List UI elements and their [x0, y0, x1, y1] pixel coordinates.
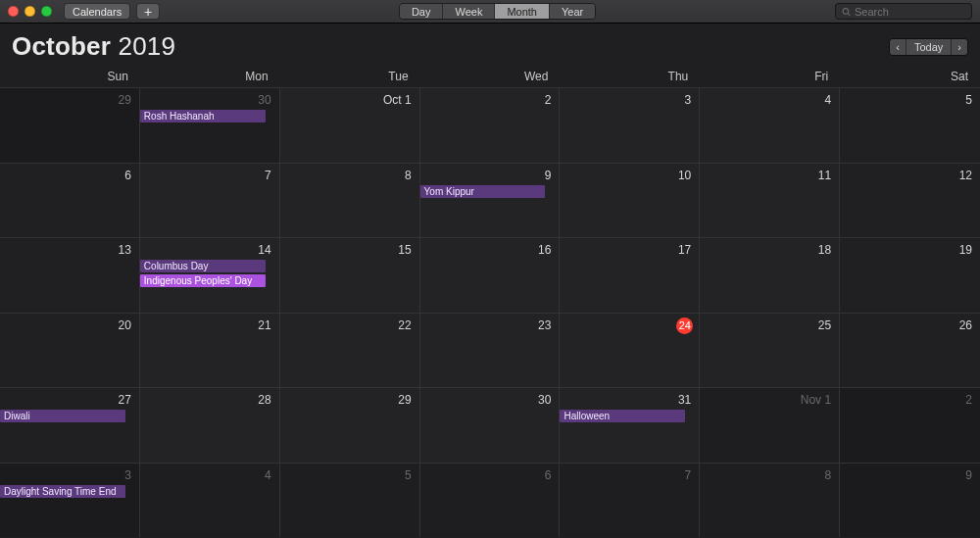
search-input[interactable] — [855, 6, 965, 18]
day-cell[interactable]: 9Yom Kippur — [420, 163, 561, 238]
day-cell[interactable]: 4 — [700, 87, 840, 163]
day-cell[interactable]: 8 — [700, 463, 840, 538]
day-cell[interactable]: 27Diwali — [0, 387, 140, 463]
day-number: 28 — [142, 392, 273, 408]
day-cell[interactable]: 7 — [560, 463, 700, 538]
day-cell[interactable]: 12 — [840, 163, 980, 238]
weekday-label: Sat — [840, 70, 980, 83]
day-cell[interactable]: 23 — [420, 313, 561, 388]
day-cell[interactable]: 20 — [0, 313, 140, 388]
day-number: 5 — [282, 467, 414, 483]
day-number: 30 — [422, 392, 554, 408]
day-cell[interactable]: 3 — [560, 87, 700, 163]
day-cell[interactable]: 29 — [0, 87, 140, 163]
day-cell[interactable]: Nov 1 — [700, 387, 840, 463]
today-button[interactable]: Today — [906, 39, 952, 55]
minimize-icon[interactable] — [24, 6, 35, 17]
day-number: 15 — [282, 242, 414, 258]
prev-month-button[interactable]: ‹ — [890, 39, 906, 55]
day-cell[interactable]: 9 — [840, 463, 980, 538]
day-cell[interactable]: 6 — [420, 463, 561, 538]
day-number: 29 — [2, 92, 133, 108]
day-cell[interactable]: 30 — [420, 387, 561, 463]
weekday-label: Wed — [420, 70, 561, 83]
search-icon — [842, 7, 851, 17]
day-number: 23 — [422, 318, 554, 333]
day-number: 25 — [702, 318, 833, 333]
day-number: 13 — [2, 242, 133, 258]
day-number: 29 — [282, 392, 414, 408]
view-week-button[interactable]: Week — [443, 4, 495, 19]
day-cell[interactable]: 22 — [280, 313, 420, 388]
day-cell[interactable]: 29 — [280, 387, 420, 463]
view-year-button[interactable]: Year — [550, 4, 595, 19]
day-cell[interactable]: 14Columbus DayIndigenous Peoples' Day — [140, 237, 280, 313]
calendar-event[interactable]: Indigenous Peoples' Day — [140, 274, 266, 287]
view-month-button[interactable]: Month — [495, 4, 550, 19]
day-cell[interactable]: 5 — [840, 87, 980, 163]
day-number: 9 — [842, 467, 974, 483]
day-number: 27 — [2, 392, 133, 408]
day-number: 10 — [562, 168, 693, 183]
day-cell[interactable]: 2 — [420, 87, 561, 163]
day-cell[interactable]: 16 — [420, 237, 561, 313]
search-field[interactable] — [835, 3, 972, 20]
add-event-button[interactable]: + — [136, 3, 160, 20]
weekday-label: Thu — [560, 70, 700, 83]
day-cell[interactable]: 15 — [280, 237, 420, 313]
svg-point-0 — [843, 8, 849, 14]
calendar-event[interactable]: Daylight Saving Time End — [0, 485, 125, 498]
calendar-event[interactable]: Diwali — [0, 410, 125, 422]
day-cell[interactable]: 21 — [140, 313, 280, 388]
day-cell[interactable]: 28 — [140, 387, 280, 463]
day-number: 24 — [676, 318, 693, 334]
day-cell[interactable]: 8 — [280, 163, 420, 238]
next-month-button[interactable]: › — [952, 39, 967, 55]
day-number: 12 — [842, 168, 974, 183]
calendar-event[interactable]: Columbus Day — [140, 260, 266, 272]
weekday-label: Fri — [700, 70, 840, 83]
day-cell[interactable]: 31Halloween — [560, 387, 700, 463]
day-cell[interactable]: 25 — [700, 313, 840, 388]
day-number: 21 — [142, 318, 273, 333]
view-segmented-control: Day Week Month Year — [399, 3, 596, 20]
zoom-icon[interactable] — [41, 6, 52, 17]
calendars-button[interactable]: Calendars — [64, 3, 130, 20]
calendar-event[interactable]: Rosh Hashanah — [140, 110, 266, 122]
day-cell[interactable]: 11 — [700, 163, 840, 238]
day-number: 26 — [842, 318, 974, 333]
day-number: 6 — [422, 467, 554, 483]
calendar-event[interactable]: Yom Kippur — [420, 185, 546, 198]
day-cell[interactable]: 17 — [560, 237, 700, 313]
toolbar: Calendars + Day Week Month Year — [0, 0, 980, 24]
day-cell[interactable]: 24 — [560, 313, 700, 388]
day-number: Oct 1 — [282, 92, 414, 108]
day-number: 6 — [2, 168, 133, 183]
day-number: 3 — [562, 92, 693, 108]
day-cell[interactable]: 18 — [700, 237, 840, 313]
close-icon[interactable] — [8, 6, 19, 17]
calendar-event[interactable]: Halloween — [560, 410, 685, 422]
day-cell[interactable]: 30Rosh Hashanah — [140, 87, 280, 163]
view-day-button[interactable]: Day — [400, 4, 444, 19]
day-cell[interactable]: 3Daylight Saving Time End — [0, 463, 140, 538]
day-number: 2 — [842, 392, 974, 408]
day-cell[interactable]: 10 — [560, 163, 700, 238]
day-number: 8 — [282, 168, 414, 183]
svg-line-1 — [848, 13, 850, 15]
day-number: 16 — [422, 242, 554, 258]
window-controls — [8, 6, 52, 17]
day-cell[interactable]: 2 — [840, 387, 980, 463]
day-number: 7 — [562, 467, 693, 483]
day-cell[interactable]: 5 — [280, 463, 420, 538]
day-cell[interactable]: 6 — [0, 163, 140, 238]
day-cell[interactable]: 4 — [140, 463, 280, 538]
day-number: 5 — [842, 92, 974, 108]
day-number: 31 — [562, 392, 693, 408]
day-cell[interactable]: 7 — [140, 163, 280, 238]
day-cell[interactable]: 13 — [0, 237, 140, 313]
day-number: 8 — [702, 467, 833, 483]
day-cell[interactable]: 26 — [840, 313, 980, 388]
day-cell[interactable]: 19 — [840, 237, 980, 313]
day-cell[interactable]: Oct 1 — [280, 87, 420, 163]
